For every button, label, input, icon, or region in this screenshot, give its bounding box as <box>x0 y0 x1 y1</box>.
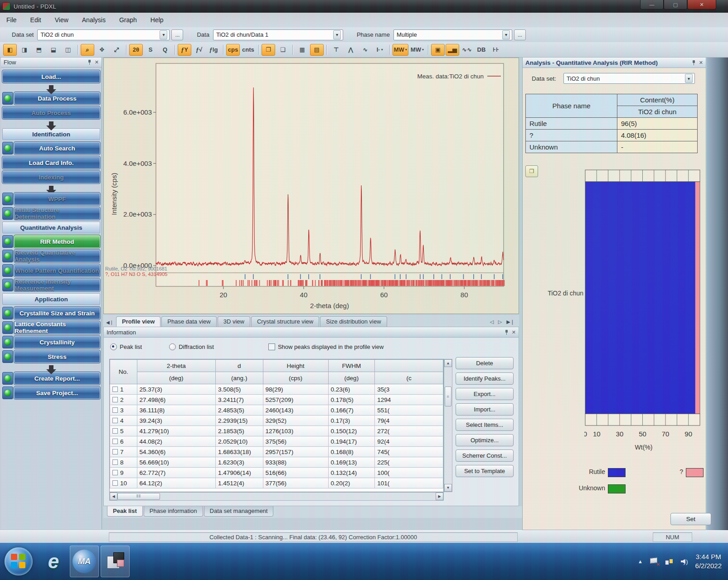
pin-icon[interactable] <box>88 60 91 65</box>
row-checkbox[interactable] <box>112 407 118 413</box>
scroll-right-icon[interactable]: ▶ <box>436 493 443 500</box>
tab-profile-view[interactable]: Profile view <box>116 316 160 327</box>
peak-table-vertical-scrollbar[interactable]: ▲ ≡ ▼ <box>444 359 452 492</box>
flow-button-stress[interactable]: Stress <box>14 350 100 363</box>
peak-search-icon[interactable]: ⋀ <box>344 44 358 56</box>
peak-list-radio[interactable] <box>110 343 117 350</box>
set-button[interactable]: Set <box>670 513 711 525</box>
close-icon[interactable]: ✕ <box>699 60 703 66</box>
flow-led-button[interactable] <box>2 372 13 385</box>
axis-q-icon[interactable]: Q <box>158 44 172 56</box>
flow-led-button[interactable] <box>2 387 13 399</box>
panel-toggle-icon[interactable]: ▣ <box>431 44 445 56</box>
bottom-tab-data-set-management[interactable]: Data set management <box>204 506 274 517</box>
taskbar-pdxl-app[interactable] <box>101 546 130 577</box>
chevron-down-icon[interactable]: ▾ <box>502 30 510 39</box>
import--button[interactable]: Import... <box>456 403 514 416</box>
maximize-button[interactable]: ▢ <box>664 0 687 10</box>
bottom-tab-peak-list[interactable]: Peak list <box>107 506 143 517</box>
identify-peaks--button[interactable]: Identify Peaks... <box>456 372 514 385</box>
row-checkbox[interactable] <box>112 449 118 454</box>
chevron-down-icon[interactable]: ▾ <box>685 74 693 83</box>
row-checkbox[interactable] <box>112 397 118 402</box>
copy-chart-icon[interactable]: ❐ <box>525 165 538 177</box>
start-button[interactable] <box>5 547 33 575</box>
menu-help[interactable]: Help <box>150 16 164 24</box>
chevron-down-icon[interactable]: ▾ <box>160 30 167 39</box>
stick-pattern-icon[interactable]: I·▾ <box>373 44 387 56</box>
unit-counts-icon[interactable]: cnts <box>241 44 256 56</box>
peak-top-marker-icon[interactable]: ⊤ <box>330 44 343 56</box>
row-checkbox[interactable] <box>112 418 118 423</box>
dataset-browse-button[interactable]: ... <box>171 29 183 40</box>
menu-file[interactable]: File <box>6 16 17 24</box>
select-items--button[interactable]: Select Items... <box>456 419 514 431</box>
peak-table-horizontal-scrollbar[interactable]: ◀ ⦀⦀ ▶ <box>109 492 444 501</box>
row-checkbox[interactable] <box>112 428 118 434</box>
menu-analysis[interactable]: Analysis <box>82 16 106 24</box>
flow-button-load-card-info-[interactable]: Load Card Info. <box>2 156 100 169</box>
flow-button-crystallinity[interactable]: Crystallinity <box>14 336 100 348</box>
tab-nav-last-icon[interactable]: ▶❘ <box>506 319 514 325</box>
taskbar-ma-app[interactable]: MA <box>70 546 99 577</box>
ruler-tool-icon[interactable]: ⊦⊦ <box>489 44 503 56</box>
layout-four-pane-icon[interactable]: ◫ <box>61 44 75 56</box>
pin-icon[interactable] <box>505 330 508 335</box>
phase-name-combo[interactable]: Multiple▾ <box>393 29 512 40</box>
menu-view[interactable]: View <box>55 16 68 24</box>
pan-tool-icon[interactable]: ✥ <box>95 44 109 56</box>
minimize-button[interactable]: — <box>640 0 664 10</box>
row-checkbox[interactable] <box>112 439 118 444</box>
flow-led-button[interactable] <box>2 279 13 291</box>
flow-button-lattice-constants-refinement[interactable]: Lattice Constants Refinement <box>14 321 100 334</box>
table-row[interactable]: 336.111(8)2.4853(5)2460(143)0.166(7)551( <box>110 405 443 416</box>
table-row[interactable]: 856.669(10)1.6230(3)933(88)0.169(13)225( <box>110 457 443 468</box>
save-image-icon[interactable]: ❏ <box>276 44 290 56</box>
action-center-flag-icon[interactable] <box>650 558 658 565</box>
flow-led-button[interactable] <box>2 264 13 277</box>
table-row[interactable]: 1064.12(2)1.4512(4)377(56)0.20(2)101( <box>110 478 443 488</box>
flow-led-button[interactable] <box>2 336 13 348</box>
volume-icon[interactable]: ) ) <box>681 558 688 565</box>
tab-crystal-structure-view[interactable]: Crystal structure view <box>251 316 319 327</box>
table-row[interactable]: 439.24(3)2.2939(15)329(52)0.17(3)79(4 <box>110 416 443 426</box>
peak-list-table[interactable]: No.2-thetadHeightFWHM(deg)(ang.)(cps)(de… <box>110 359 443 488</box>
flow-led-button[interactable] <box>2 92 13 105</box>
histogram-view-icon[interactable]: ▂▅ <box>446 44 459 56</box>
flow-led-button[interactable] <box>2 207 13 220</box>
diffraction-list-radio[interactable] <box>169 343 176 350</box>
taskbar-internet-explorer[interactable]: e <box>39 546 68 577</box>
flow-led-button[interactable] <box>2 235 13 248</box>
flow-button-crystallite-size-and-strain[interactable]: Crystallite Size and Strain <box>14 307 100 319</box>
row-checkbox[interactable] <box>112 480 118 486</box>
flow-led-button[interactable] <box>2 250 13 262</box>
zoom-tool-icon[interactable]: ⌕ <box>81 44 94 56</box>
phase-browse-button[interactable]: ... <box>514 29 526 40</box>
scroll-down-icon[interactable]: ▼ <box>444 484 452 492</box>
flow-button-auto-search[interactable]: Auto Search <box>14 142 100 155</box>
show-peaks-checkbox[interactable] <box>268 343 275 350</box>
analysis-dataset-combo[interactable]: TiO2 di chun▾ <box>563 73 695 84</box>
table-row[interactable]: 962.772(7)1.47906(14)516(66)0.132(14)100… <box>110 468 443 478</box>
flow-led-button[interactable] <box>2 350 13 363</box>
scale-linear-icon[interactable]: ƒY <box>178 44 191 56</box>
network-status-icon[interactable] <box>665 558 674 565</box>
flow-led-button[interactable] <box>2 321 13 334</box>
flow-button-save-project-[interactable]: Save Project... <box>14 387 100 399</box>
compare-patterns-icon[interactable]: MW▾ <box>409 44 425 56</box>
flow-button-rir-method[interactable]: RIR Method <box>14 235 100 248</box>
table-row[interactable]: 227.498(6)3.2411(7)5257(209)0.178(5)1294 <box>110 395 443 405</box>
scherrer-const--button[interactable]: Scherrer Const... <box>456 450 514 462</box>
tab-3d-view[interactable]: 3D view <box>218 316 250 327</box>
scroll-left-icon[interactable]: ◀ <box>110 493 117 500</box>
scale-sqrt-icon[interactable]: ƒ√ <box>192 44 206 56</box>
tray-expand-icon[interactable]: ▲ <box>638 559 643 564</box>
wave-view-icon[interactable]: ∿∿ <box>460 44 474 56</box>
overlay-patterns-icon[interactable]: MW▾ <box>393 44 408 56</box>
pin-icon[interactable] <box>692 60 695 65</box>
data-combo[interactable]: TiO2 di chun/Data 1▾ <box>213 29 343 40</box>
scale-log-icon[interactable]: ƒlg <box>207 44 220 56</box>
layout-single-view-icon[interactable]: ◧ <box>3 44 17 56</box>
delete-button[interactable]: Delete <box>456 357 514 369</box>
set-to-template-button[interactable]: Set to Template <box>456 465 514 477</box>
